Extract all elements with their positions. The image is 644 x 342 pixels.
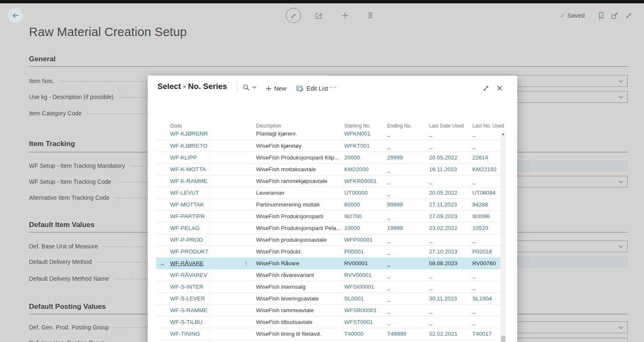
table-row[interactable]: →WF-RÅVARE⋮WiseFish RåvareRV00001_08.08.…: [156, 258, 500, 269]
cell-code[interactable]: WF-S-TILBU: [170, 316, 210, 328]
cell-code[interactable]: WF-P-PROD: [170, 234, 210, 246]
table-row[interactable]: WF-KJØRENRPlanlagt kjørenr.WFKN001___: [156, 131, 500, 140]
table-row[interactable]: WF-MOTTAKPartinummerering mottak60000999…: [156, 199, 500, 211]
column-header-starting-no[interactable]: Starting No.: [344, 121, 371, 131]
chevron-down-icon: [618, 96, 623, 99]
cell-last-no-used: KM22192: [472, 164, 500, 175]
cell-code[interactable]: WF-RÅVARE: [170, 258, 210, 269]
arrow-left-icon: [12, 13, 19, 18]
scroll-up-icon[interactable]: ▲: [500, 132, 506, 137]
cell-code[interactable]: WF-PELAG: [170, 222, 210, 234]
cell-code[interactable]: WF-KJØRENR: [170, 131, 210, 140]
cell-ending-no: _: [387, 305, 427, 316]
cell-code[interactable]: WF-S-LEVER: [170, 293, 210, 305]
column-header-ending-no[interactable]: Ending No.: [387, 121, 412, 131]
table-row[interactable]: WF-S-RAMMEWiseFish rammeavtaleWFSR00001_…: [156, 305, 500, 316]
bookmark-button[interactable]: [598, 12, 604, 19]
field-label: Alternative Item Tracking Code: [29, 192, 109, 204]
row-menu-icon: [243, 281, 250, 293]
edit-pencil-button[interactable]: [286, 8, 301, 23]
vertical-scrollbar[interactable]: ▲: [500, 131, 506, 342]
row-selected-arrow-icon: [159, 199, 169, 211]
table-row[interactable]: WF-K-RAMMEWiseFish rammekjøpsavtaleWFKR0…: [156, 175, 500, 187]
chevron-down-icon: [618, 245, 623, 248]
table-row[interactable]: WF-P-PRODWiseFish produksjonsavtaleWFP00…: [156, 234, 500, 246]
dialog-expand-button[interactable]: [482, 85, 490, 92]
cell-code[interactable]: WF-PARTIPR: [170, 211, 210, 222]
row-selected-arrow-icon: [159, 164, 169, 175]
column-header-last-no-used[interactable]: Last No. Used: [472, 121, 504, 131]
open-in-window-button[interactable]: [611, 12, 618, 19]
row-selected-arrow-icon: [159, 152, 169, 164]
table-row[interactable]: WF-KLIPPWiseFish Produksjonsparti Klip..…: [156, 152, 500, 164]
row-selected-arrow-icon: [159, 175, 169, 187]
cell-ending-no: _: [387, 175, 427, 187]
row-menu-icon: [243, 211, 250, 222]
table-row[interactable]: WF-RÅVAREVWiseFish råvarevariantRVV00001…: [156, 269, 500, 281]
table-row[interactable]: WF-PRODUKTWiseFish ProduktP00001_27.10.2…: [156, 246, 500, 258]
dialog-new-button[interactable]: New: [266, 84, 286, 93]
share-icon: [315, 12, 324, 19]
cell-code[interactable]: WF-K-RAMME: [170, 175, 210, 187]
cell-last-date-used: 27.11.2023: [429, 199, 470, 211]
cell-code[interactable]: WF-S-INTER: [170, 281, 210, 293]
table-row[interactable]: WF-S-TILBUWiseFish tilbudsavtaleWFST0001…: [156, 316, 500, 328]
share-button[interactable]: [315, 12, 324, 19]
table-row[interactable]: WF-PELAGWiseFish Produksjonsparti Pela..…: [156, 222, 500, 234]
check-icon: ✓: [560, 12, 565, 19]
table-row[interactable]: WF-PARTIPRWiseFish ProduksjonspartiI8270…: [156, 211, 500, 222]
cell-code[interactable]: WF-LEVUT: [170, 187, 210, 199]
table-row[interactable]: WF-S-LEVERWiseFish leveringsavtaleSL0001…: [156, 293, 500, 305]
cell-description: WiseFish leveringsavtale: [256, 293, 342, 305]
column-header-last-date-used[interactable]: Last Date Used: [429, 121, 464, 131]
cell-code[interactable]: WF-KJØRETO: [170, 140, 210, 152]
cell-code[interactable]: WF-PRODUKT: [170, 246, 210, 258]
cell-starting-no: RV00001: [344, 258, 384, 269]
new-plus-button[interactable]: [341, 12, 349, 19]
ellipsis-icon: ···: [329, 83, 337, 92]
chevron-down-icon: [618, 326, 623, 329]
back-button[interactable]: [8, 8, 23, 23]
cell-description: WiseFish tilbudsavtale: [256, 316, 342, 328]
table-row[interactable]: WF-K-MOTTAWiseFish mottaksavtaleKM22000_…: [156, 164, 500, 175]
cell-last-date-used: _: [429, 305, 470, 316]
row-menu-icon: [243, 293, 250, 305]
table-row[interactable]: WF-S-INTERWiseFish internsalgWFSI00001__…: [156, 281, 500, 293]
cell-ending-no: _: [387, 164, 427, 175]
table-row[interactable]: WF-LEVUTLeveranserUT00000_20.05.2022UT06…: [156, 187, 500, 199]
open-window-icon: [611, 12, 618, 19]
cell-last-no-used: SL1904: [472, 293, 500, 305]
cell-ending-no: _: [387, 131, 427, 140]
delete-button[interactable]: [367, 11, 374, 19]
table-row[interactable]: WF-TININGWiseFish tining til filetavd.T4…: [156, 328, 500, 340]
table-row[interactable]: WF-KJØRETOWiseFish kjøretøyWFKT001___: [156, 140, 500, 152]
cell-code[interactable]: WF-RÅVAREV: [170, 269, 210, 281]
cell-description: WiseFish internsalg: [256, 281, 342, 293]
scrollbar-thumb[interactable]: [501, 336, 505, 342]
row-menu-icon[interactable]: ⋮: [243, 258, 250, 269]
row-menu-icon: [243, 199, 250, 211]
row-selected-arrow-icon: [159, 316, 169, 328]
cell-code[interactable]: WF-KLIPP: [170, 152, 210, 164]
cell-code[interactable]: WF-TINING: [170, 328, 210, 340]
cell-code[interactable]: WF-S-RAMME: [170, 305, 210, 316]
cell-starting-no: WFKT001: [344, 140, 384, 152]
dialog-more-options-button[interactable]: ···: [329, 83, 337, 92]
cell-code[interactable]: WF-K-MOTTA: [170, 164, 210, 175]
collapse-button[interactable]: [625, 12, 632, 19]
cell-code[interactable]: WF-MOTTAK: [170, 199, 210, 211]
dialog-edit-list-button[interactable]: Edit List: [296, 84, 328, 93]
column-header-description[interactable]: Description: [256, 121, 281, 131]
cell-description: WiseFish Produkt: [256, 246, 342, 258]
field-label: Default Delivery Method: [29, 256, 92, 268]
cell-last-date-used: 23.02.2022: [429, 222, 470, 234]
chevron-down-icon: [618, 180, 623, 184]
row-selected-arrow-icon: [159, 234, 169, 246]
cell-last-no-used: RV00760: [472, 258, 500, 269]
cell-starting-no: WFKN001: [344, 131, 384, 140]
cell-starting-no: 10000: [344, 222, 384, 234]
dialog-close-button[interactable]: [496, 85, 503, 91]
cell-description: Planlagt kjørenr.: [256, 131, 342, 140]
dialog-search-button[interactable]: [243, 84, 257, 91]
row-menu-icon: [243, 175, 250, 187]
